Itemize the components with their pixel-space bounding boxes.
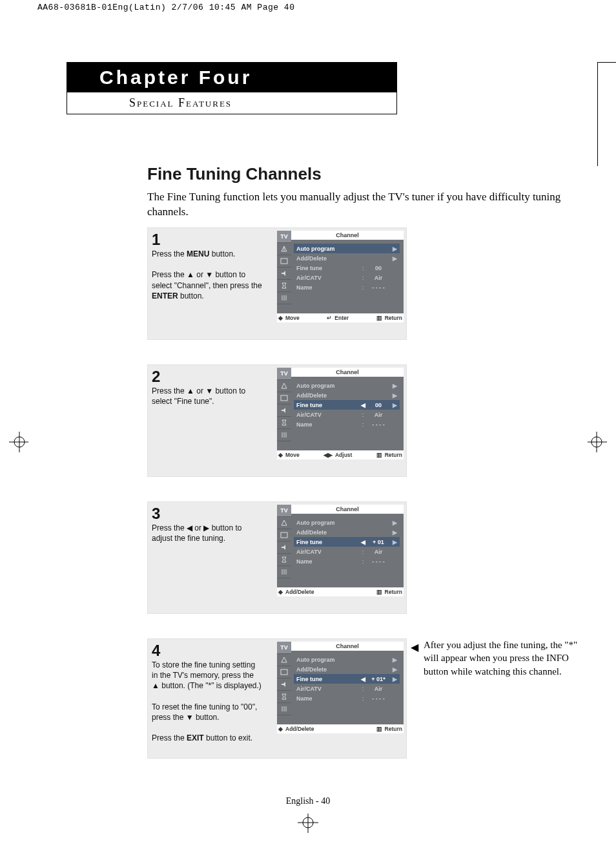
osd-tab-tv: TV [277, 642, 291, 654]
v: + 01* [366, 676, 391, 682]
r: Add/Delete [296, 392, 391, 399]
t: Press the ◀ or ▶ button to adjust the fi… [152, 523, 241, 543]
chevron-right-icon: ▶ [391, 529, 397, 536]
chevron-left-icon: ◀ [360, 402, 366, 408]
step-2-text: 2 Press the ▲ or ▼ button to select "Fin… [148, 365, 269, 410]
osd-menu: Auto program▶ Add/Delete▶ Fine tune:00 A… [294, 244, 400, 292]
svg-rect-9 [281, 258, 287, 264]
r: Name [296, 558, 360, 565]
chevron-right-icon: ▶ [391, 676, 397, 682]
sound-icon [277, 405, 291, 417]
t: button. [209, 249, 235, 258]
osd-screenshot-1: TV Channel Auto program▶ Add/Delete▶ Fin… [277, 231, 404, 322]
osd-side-tabs: TV [277, 642, 291, 724]
t: EXIT [187, 733, 204, 742]
v: Air [366, 549, 391, 555]
osd-tab-tv: TV [277, 231, 291, 243]
chevron-left-icon: ◀ [360, 676, 366, 682]
v: 00 [366, 402, 391, 408]
side-note: After you adjust the fine tuning, the "*… [424, 638, 591, 678]
setup-icon [277, 566, 291, 578]
chevron-right-icon: ▶ [391, 255, 397, 262]
r: Air/CATV [296, 686, 360, 692]
page-footer: English - 40 [0, 796, 616, 806]
antenna-icon [277, 517, 291, 529]
osd-menu: Auto program▶ Add/Delete▶ Fine tune◀+ 01… [294, 518, 400, 566]
step-number: 2 [152, 369, 263, 384]
sound-icon [277, 542, 291, 554]
return-icon: ▥ [376, 452, 382, 458]
f: Return [385, 589, 402, 595]
picture-icon [277, 666, 291, 679]
v: - - - - [366, 695, 391, 702]
f: Add/Delete [285, 589, 314, 595]
osd-tab-tv: TV [277, 505, 291, 517]
f: Add/Delete [285, 726, 314, 732]
f: Adjust [335, 452, 352, 458]
r: Auto program [296, 520, 391, 526]
step-3-text: 3 Press the ◀ or ▶ button to adjust the … [148, 502, 269, 547]
f: Move [285, 315, 300, 321]
registration-mark-bottom [294, 814, 322, 842]
v: - - - - [366, 421, 391, 428]
v: Air [366, 275, 391, 281]
antenna-icon [277, 243, 291, 255]
r: Fine tune [296, 676, 360, 682]
r: Air/CATV [296, 412, 360, 418]
osd-title: Channel [291, 231, 404, 240]
r: Auto program [296, 383, 391, 389]
sound-icon [277, 679, 291, 691]
step-number: 1 [152, 232, 263, 247]
timer-icon [277, 280, 291, 292]
r: Name [296, 695, 360, 702]
t: button to exit. [204, 733, 252, 742]
f: Return [385, 452, 402, 458]
step-4: 4 To store the fine tuning setting in th… [147, 638, 407, 759]
return-icon: ▥ [376, 589, 382, 595]
chapter-title: Chapter Four [67, 63, 396, 92]
v: 00 [366, 265, 391, 271]
chapter-subtitle: Special Features [67, 92, 396, 114]
v: Air [366, 412, 391, 418]
osd-footer: ◆Add/Delete ▥Return [277, 724, 404, 733]
step-number: 4 [152, 643, 263, 658]
v: - - - - [366, 558, 391, 565]
r: Fine tune [296, 539, 360, 545]
r: Add/Delete [296, 666, 391, 673]
osd-screenshot-2: TV Channel Auto program▶ Add/Delete▶ Fin… [277, 368, 404, 459]
picture-icon [277, 392, 291, 405]
svg-rect-13 [281, 395, 287, 401]
r: Name [296, 284, 360, 291]
r: Add/Delete [296, 255, 391, 262]
t: button. [178, 291, 204, 300]
antenna-icon [277, 654, 291, 666]
f: Enter [334, 315, 349, 321]
registration-mark-right [588, 428, 616, 456]
v: - - - - [366, 284, 391, 291]
r: Fine tune [296, 402, 360, 408]
osd-screenshot-4: TV Channel Auto program▶ Add/Delete▶ Fin… [277, 642, 404, 733]
return-icon: ▥ [376, 315, 382, 321]
intro-text: The Fine Tuning function lets you manual… [147, 190, 567, 220]
osd-side-tabs: TV [277, 368, 291, 450]
chevron-right-icon: ▶ [391, 383, 397, 389]
osd-title: Channel [291, 505, 404, 514]
osd-screenshot-3: TV Channel Auto program▶ Add/Delete▶ Fin… [277, 505, 404, 596]
picture-icon [277, 255, 291, 268]
t: MENU [187, 249, 209, 258]
setup-icon [277, 703, 291, 715]
updown-icon: ◆ [278, 315, 283, 321]
updown-icon: ◆ [278, 726, 283, 732]
chapter-header: Chapter Four Special Features [67, 62, 397, 114]
r: Auto program [296, 246, 391, 252]
step-3: 3 Press the ◀ or ▶ button to adjust the … [147, 501, 407, 614]
return-icon: ▥ [376, 726, 382, 732]
svg-rect-17 [281, 532, 287, 538]
sound-icon [277, 268, 291, 280]
osd-title: Channel [291, 368, 404, 377]
osd-title: Channel [291, 642, 404, 651]
registration-mark-left [0, 428, 28, 456]
f: Return [385, 315, 402, 321]
chevron-right-icon: ▶ [391, 657, 397, 663]
t: To reset the fine tuning to "00", press … [152, 702, 257, 722]
